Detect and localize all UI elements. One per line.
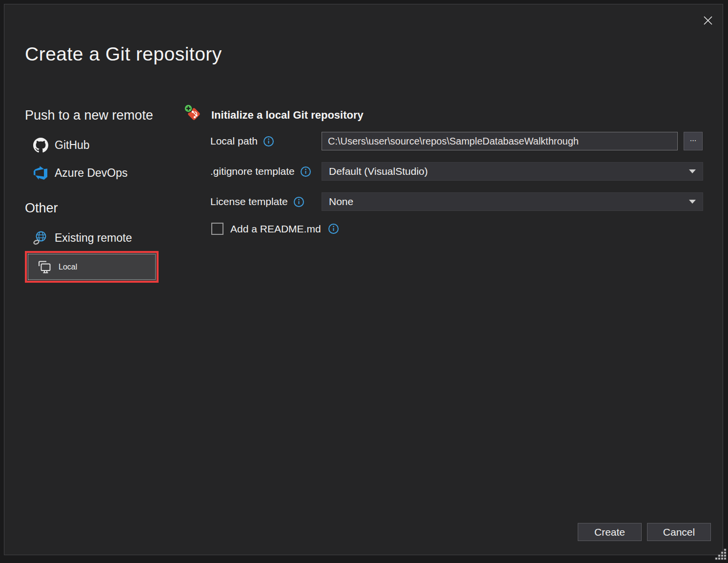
- gitignore-template-value: Default (VisualStudio): [329, 166, 428, 177]
- license-template-dropdown[interactable]: None: [322, 192, 703, 211]
- github-icon: [33, 137, 48, 153]
- create-git-repository-dialog: Create a Git repository Push to a new re…: [4, 4, 723, 555]
- license-info-icon[interactable]: [293, 196, 304, 208]
- sidebar-item-github[interactable]: GitHub: [33, 137, 90, 153]
- browse-button[interactable]: ...: [684, 132, 703, 150]
- sidebar-item-label: Existing remote: [55, 231, 132, 245]
- local-path-info-icon[interactable]: [263, 136, 274, 147]
- sidebar-item-label: Azure DevOps: [55, 167, 128, 180]
- close-button[interactable]: [699, 12, 717, 29]
- create-button[interactable]: Create: [578, 523, 642, 541]
- license-template-value: None: [329, 196, 353, 208]
- resize-grip-icon: [714, 548, 727, 561]
- gitignore-info-icon[interactable]: [300, 166, 311, 177]
- sidebar-item-label: GitHub: [55, 139, 90, 152]
- other-section-heading: Other: [25, 201, 58, 216]
- azure-devops-icon: [33, 165, 48, 181]
- local-selection-highlight: Local: [25, 251, 159, 283]
- dialog-title: Create a Git repository: [25, 43, 222, 65]
- local-path-input[interactable]: [322, 132, 678, 150]
- gitignore-template-dropdown[interactable]: Default (VisualStudio): [322, 162, 703, 181]
- sidebar-item-existing-remote[interactable]: Existing remote: [33, 230, 132, 246]
- sidebar-item-azure-devops[interactable]: Azure DevOps: [33, 165, 128, 181]
- local-path-label: Local path: [210, 135, 258, 147]
- existing-remote-globe-icon: [33, 230, 48, 246]
- license-label: License template: [210, 196, 288, 208]
- chevron-down-icon: [689, 200, 696, 204]
- cancel-button[interactable]: Cancel: [647, 523, 711, 541]
- git-repository-add-icon: [183, 104, 203, 125]
- local-machine-icon: [37, 259, 52, 275]
- resize-grip[interactable]: [714, 548, 727, 561]
- screen: { "window": { "title": "Create a Git rep…: [0, 0, 728, 563]
- readme-checkbox[interactable]: [211, 223, 223, 235]
- chevron-down-icon: [689, 169, 696, 173]
- sidebar-item-local[interactable]: Local: [28, 254, 156, 280]
- readme-label: Add a README.md: [230, 223, 321, 235]
- gitignore-label: .gitignore template: [210, 166, 295, 177]
- close-icon: [702, 15, 714, 26]
- form-header: Initialize a local Git repository: [211, 104, 364, 122]
- push-section-heading: Push to a new remote: [25, 108, 153, 123]
- readme-info-icon[interactable]: [328, 223, 339, 234]
- sidebar-item-label: Local: [59, 263, 77, 271]
